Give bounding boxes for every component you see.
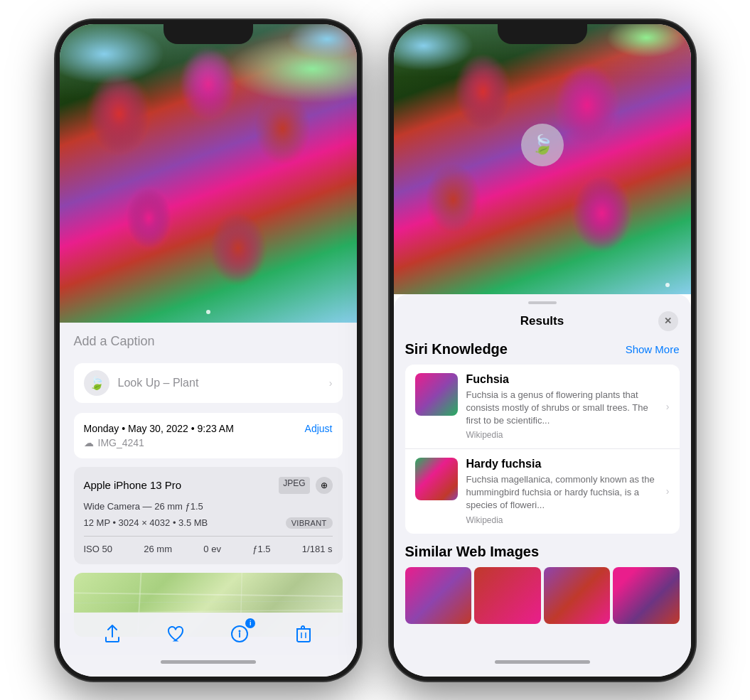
svg-line-4 bbox=[74, 601, 343, 603]
info-badge: i bbox=[245, 618, 255, 628]
fuchsia-chevron-icon: › bbox=[666, 401, 670, 412]
shutter-value: 1/181 s bbox=[302, 544, 333, 554]
left-screen: Add a Caption 🍃 Look Up – Plant › Monday bbox=[60, 24, 357, 677]
date-text: Monday • May 30, 2022 • 9:23 AM bbox=[84, 423, 234, 434]
iso-value: ISO 50 bbox=[84, 544, 112, 554]
adjust-button[interactable]: Adjust bbox=[305, 423, 333, 434]
caption-field[interactable]: Add a Caption bbox=[74, 334, 343, 349]
camera-details: Wide Camera — 26 mm ƒ1.5 bbox=[84, 501, 333, 512]
ev-value: 0 ev bbox=[203, 544, 221, 554]
web-image-3[interactable] bbox=[544, 567, 611, 624]
show-more-button[interactable]: Show More bbox=[626, 343, 680, 355]
photo-toolbar: i i bbox=[60, 613, 357, 655]
cloud-icon: ☁ bbox=[84, 437, 94, 448]
results-panel: Results ✕ Siri Knowledge Show More bbox=[394, 294, 691, 677]
notch-right bbox=[498, 20, 587, 44]
heart-button[interactable] bbox=[162, 620, 191, 648]
right-phone: 🍃 Results ✕ Siri Knowledge Show Mor bbox=[390, 20, 695, 681]
format-badge: JPEG bbox=[279, 477, 309, 494]
visual-lookup-bubble[interactable]: 🍃 bbox=[521, 124, 564, 166]
chevron-right-icon: › bbox=[329, 377, 333, 389]
siri-knowledge-title: Siri Knowledge bbox=[405, 341, 508, 357]
panel-content: Siri Knowledge Show More Fuchsia Fuchsia… bbox=[394, 341, 691, 677]
page-indicator-right bbox=[665, 283, 670, 287]
web-image-4[interactable] bbox=[613, 567, 680, 624]
leaf-icon: 🍃 bbox=[89, 375, 105, 391]
svg-line-0 bbox=[74, 593, 343, 596]
web-image-2[interactable] bbox=[474, 567, 541, 624]
knowledge-card: Fuchsia Fuchsia is a genus of flowering … bbox=[405, 365, 680, 534]
device-name: Apple iPhone 13 Pro bbox=[84, 479, 182, 491]
web-image-1[interactable] bbox=[405, 567, 472, 624]
web-images-row bbox=[405, 567, 680, 624]
panel-header: Results ✕ bbox=[394, 304, 691, 341]
hardy-fuchsia-thumbnail bbox=[415, 458, 458, 500]
left-phone: Add a Caption 🍃 Look Up – Plant › Monday bbox=[55, 20, 361, 681]
resolution-text: 12 MP • 3024 × 4032 • 3.5 MB bbox=[84, 517, 208, 528]
info-button[interactable]: i i bbox=[225, 620, 254, 648]
hardy-fuchsia-text: Hardy fuchsia Fuchsia magellanica, commo… bbox=[466, 458, 658, 525]
hardy-fuchsia-chevron-icon: › bbox=[666, 485, 670, 497]
svg-rect-8 bbox=[297, 629, 310, 642]
aperture-value: ƒ1.5 bbox=[252, 544, 270, 554]
lookup-icon: 🍃 bbox=[84, 370, 109, 396]
fuchsia-text: Fuchsia Fuchsia is a genus of flowering … bbox=[466, 373, 658, 441]
home-indicator-right bbox=[495, 660, 590, 664]
bubble-leaf-icon: 🍃 bbox=[531, 134, 554, 156]
fuchsia-name: Fuchsia bbox=[466, 373, 658, 386]
svg-point-7 bbox=[239, 630, 241, 632]
vibrant-badge: VIBRANT bbox=[286, 517, 333, 529]
flower-photo-left[interactable] bbox=[60, 24, 357, 323]
focal-value: 26 mm bbox=[144, 544, 172, 554]
right-screen: 🍃 Results ✕ Siri Knowledge Show Mor bbox=[394, 24, 691, 677]
fuchsia-item[interactable]: Fuchsia Fuchsia is a genus of flowering … bbox=[405, 365, 680, 450]
trash-button[interactable] bbox=[289, 620, 318, 648]
fuchsia-description: Fuchsia is a genus of flowering plants t… bbox=[466, 389, 658, 428]
camera-settings-icon[interactable]: ⊕ bbox=[316, 477, 333, 494]
hardy-fuchsia-description: Fuchsia magellanica, commonly known as t… bbox=[466, 473, 658, 512]
fuchsia-source: Wikipedia bbox=[466, 430, 658, 440]
similar-images-title: Similar Web Images bbox=[405, 544, 540, 559]
filename: IMG_4241 bbox=[98, 437, 144, 448]
hardy-fuchsia-name: Hardy fuchsia bbox=[466, 458, 658, 470]
close-button[interactable]: ✕ bbox=[658, 311, 678, 331]
siri-knowledge-header: Siri Knowledge Show More bbox=[405, 341, 680, 357]
lookup-text: Look Up – Plant bbox=[118, 377, 199, 389]
notch bbox=[164, 20, 253, 44]
lookup-row[interactable]: 🍃 Look Up – Plant › bbox=[74, 363, 343, 403]
date-meta-section: Monday • May 30, 2022 • 9:23 AM Adjust ☁… bbox=[74, 413, 343, 458]
device-section: Apple iPhone 13 Pro JPEG ⊕ Wide Camera —… bbox=[74, 467, 343, 564]
hardy-fuchsia-source: Wikipedia bbox=[466, 515, 658, 525]
panel-title: Results bbox=[427, 314, 658, 328]
share-button[interactable] bbox=[98, 620, 127, 648]
home-indicator bbox=[161, 660, 256, 664]
exif-row: ISO 50 26 mm 0 ev ƒ1.5 1/181 s bbox=[84, 536, 333, 554]
flower-photo-right[interactable]: 🍃 bbox=[394, 24, 691, 294]
similar-images-header: Similar Web Images bbox=[405, 544, 680, 560]
page-indicator bbox=[206, 310, 210, 314]
hardy-fuchsia-item[interactable]: Hardy fuchsia Fuchsia magellanica, commo… bbox=[405, 449, 680, 534]
fuchsia-thumbnail bbox=[415, 373, 458, 416]
